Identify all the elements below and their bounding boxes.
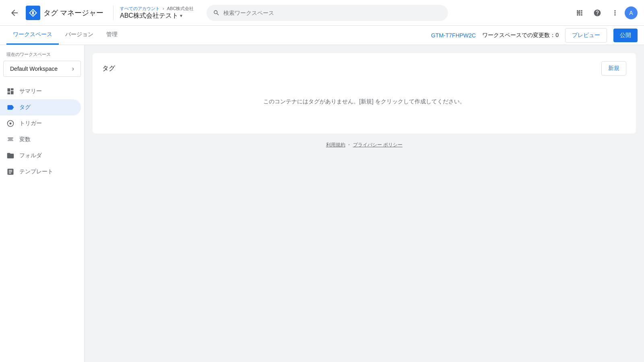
search-icon — [213, 9, 220, 16]
user-avatar[interactable]: A — [625, 6, 638, 19]
sidebar-item-templates[interactable]: テンプレート — [0, 164, 81, 180]
svg-rect-4 — [579, 10, 580, 11]
header-actions: A — [572, 5, 638, 21]
avatar-initial: A — [629, 10, 633, 16]
svg-rect-8 — [581, 12, 582, 13]
help-button[interactable] — [589, 5, 605, 21]
svg-rect-11 — [581, 14, 582, 15]
breadcrumb: すべてのアカウント › ABC株式会社 — [120, 6, 194, 12]
svg-rect-2 — [32, 11, 34, 14]
search-bar[interactable] — [206, 5, 448, 21]
svg-rect-5 — [581, 10, 582, 11]
more-button[interactable] — [607, 5, 623, 21]
tags-icon — [6, 103, 14, 111]
footer: 利用規約 ・ プライバシー ポリシー — [93, 134, 636, 156]
sub-header-right: GTM-T7FHPW2C ワークスペースでの変更数：0 プレビュー 公開 — [431, 28, 638, 43]
section-title: タグ — [102, 64, 115, 73]
all-accounts-link[interactable]: すべてのアカウント — [120, 6, 160, 11]
sidebar-label-templates: テンプレート — [19, 168, 53, 175]
app-title: タグ マネージャー — [43, 8, 103, 18]
tab-admin[interactable]: 管理 — [100, 26, 124, 45]
svg-rect-7 — [579, 12, 580, 13]
svg-point-13 — [10, 123, 12, 125]
svg-rect-3 — [577, 10, 578, 11]
gtm-id[interactable]: GTM-T7FHPW2C — [431, 32, 476, 39]
gtm-logo — [26, 6, 40, 20]
main-content: タグ 新規 このコンテナにはタグがありません。[新規] をクリックして作成してく… — [85, 45, 644, 362]
variables-icon — [6, 136, 14, 144]
preview-button[interactable]: プレビュー — [565, 28, 607, 43]
summary-icon — [6, 87, 14, 95]
tab-workspace[interactable]: ワークスペース — [6, 26, 59, 45]
new-tag-button[interactable]: 新規 — [601, 61, 626, 76]
account-display-name: ABC株式会社テスト — [120, 12, 178, 20]
svg-rect-6 — [577, 12, 578, 13]
sidebar-label-summary: サマリー — [19, 88, 42, 95]
workspace-name: Default Workspace — [10, 66, 58, 72]
sidebar-item-variables[interactable]: 変数 — [0, 132, 81, 148]
sidebar-label-folders: フォルダ — [19, 152, 42, 159]
tab-navigation: ワークスペース バージョン 管理 — [6, 26, 124, 45]
sidebar: 現在のワークスペース Default Workspace › サマリー タグ — [0, 45, 85, 362]
content-card-header: タグ 新規 — [102, 61, 626, 76]
svg-rect-10 — [579, 14, 580, 15]
sidebar-item-summary[interactable]: サマリー — [0, 83, 81, 99]
main-layout: 現在のワークスペース Default Workspace › サマリー タグ — [0, 45, 644, 362]
tab-version[interactable]: バージョン — [59, 26, 100, 45]
breadcrumb-separator: › — [163, 6, 164, 11]
account-info: すべてのアカウント › ABC株式会社 ABC株式会社テスト ▾ — [113, 6, 194, 20]
apps-button[interactable] — [572, 5, 588, 21]
footer-separator: ・ — [347, 142, 351, 148]
empty-state-message: このコンテナにはタグがありません。[新規] をクリックして作成してください。 — [102, 82, 626, 121]
content-card: タグ 新規 このコンテナにはタグがありません。[新規] をクリックして作成してく… — [93, 53, 636, 134]
publish-button[interactable]: 公開 — [613, 29, 638, 42]
templates-icon — [6, 168, 14, 176]
changes-count: ワークスペースでの変更数：0 — [482, 32, 559, 39]
sidebar-label-triggers: トリガー — [19, 120, 42, 127]
privacy-link[interactable]: プライバシー ポリシー — [353, 142, 402, 148]
account-dropdown-arrow: ▾ — [180, 13, 182, 19]
workspace-chevron-icon: › — [72, 65, 74, 72]
triggers-icon — [6, 119, 14, 128]
svg-rect-9 — [577, 14, 578, 15]
sidebar-item-triggers[interactable]: トリガー — [0, 115, 81, 132]
back-button[interactable] — [6, 5, 23, 21]
account-name-breadcrumb: ABC株式会社 — [167, 6, 194, 11]
sidebar-item-folders[interactable]: フォルダ — [0, 148, 81, 164]
search-input[interactable] — [223, 10, 442, 16]
workspace-label: 現在のワークスペース — [0, 51, 84, 61]
sidebar-label-variables: 変数 — [19, 136, 31, 143]
sub-header: ワークスペース バージョン 管理 GTM-T7FHPW2C ワークスペースでの変… — [0, 26, 644, 45]
folders-icon — [6, 152, 14, 160]
sidebar-item-tags[interactable]: タグ — [0, 99, 81, 115]
top-header: タグ マネージャー すべてのアカウント › ABC株式会社 ABC株式会社テスト… — [0, 0, 644, 26]
workspace-selector[interactable]: Default Workspace › — [3, 61, 81, 77]
sidebar-label-tags: タグ — [19, 104, 31, 111]
terms-link[interactable]: 利用規約 — [326, 142, 345, 148]
account-selector[interactable]: ABC株式会社テスト ▾ — [120, 12, 194, 20]
